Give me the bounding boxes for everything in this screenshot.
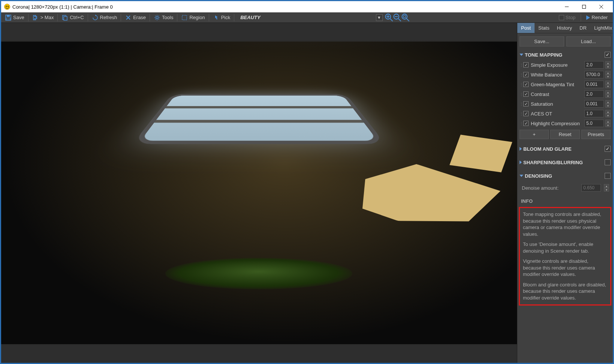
grip-icon[interactable]: ⋮⋮ — [520, 73, 522, 77]
chevron-right-icon — [520, 147, 522, 151]
sat-checkbox[interactable] — [523, 101, 529, 106]
render-label: Render — [592, 15, 608, 20]
spin-down[interactable]: ▼ — [605, 94, 611, 98]
param-highlight-compression: ⋮⋮ Highlight Compression ▲▼ — [517, 118, 613, 128]
chevron-down-icon[interactable]: ▾ — [376, 14, 383, 21]
channel-selector[interactable]: BEAUTY ▾ — [239, 14, 383, 21]
spin-up[interactable]: ▲ — [605, 110, 611, 114]
save-label: Save — [13, 15, 24, 20]
spin-down[interactable]: ▼ — [605, 104, 611, 108]
contrast-checkbox[interactable] — [523, 91, 529, 97]
contrast-input[interactable] — [584, 90, 604, 98]
grip-icon[interactable]: ⋮⋮ — [520, 112, 522, 116]
save-post-button[interactable]: Save... — [520, 36, 564, 46]
grip-icon[interactable]: ⋮⋮ — [520, 102, 522, 106]
chevron-right-icon — [520, 160, 522, 164]
copy-button[interactable]: Ctrl+C — [59, 13, 86, 22]
gear-icon — [154, 14, 160, 21]
tab-dr[interactable]: DR — [576, 23, 590, 33]
spin-down: ▼ — [604, 188, 609, 192]
zoom-in-button[interactable] — [385, 13, 393, 22]
section-tone-mapping[interactable]: TONE MAPPING — [517, 49, 613, 60]
info-text: Bloom and glare controls are disabled, b… — [523, 282, 607, 301]
aces-input[interactable] — [584, 110, 604, 117]
grip-icon[interactable]: ⋮⋮ — [520, 63, 522, 67]
add-operator-button[interactable]: + — [520, 130, 549, 139]
spin-up[interactable]: ▲ — [605, 81, 611, 84]
tools-button[interactable]: Tools — [151, 13, 175, 22]
app-icon — [4, 4, 10, 10]
close-button[interactable] — [593, 1, 610, 12]
exposure-checkbox[interactable] — [523, 62, 529, 67]
hc-input[interactable] — [584, 120, 604, 127]
window-title: Corona| 1280×720px (1:1) | Camera:| Fram… — [12, 4, 113, 10]
tools-label: Tools — [162, 15, 173, 20]
param-simple-exposure: ⋮⋮ Simple Exposure ▲▼ — [517, 60, 613, 70]
region-icon — [181, 14, 188, 21]
reset-button[interactable]: Reset — [550, 130, 580, 139]
tone-mapping-checkbox[interactable] — [605, 52, 611, 58]
zoom-fit-button[interactable] — [401, 13, 410, 22]
load-post-button[interactable]: Load... — [566, 36, 611, 46]
spin-down[interactable]: ▼ — [605, 123, 611, 127]
presets-button[interactable]: Presets — [581, 130, 611, 139]
param-label: ACES OT — [530, 111, 583, 117]
spin-down[interactable]: ▼ — [605, 114, 611, 117]
hc-checkbox[interactable] — [523, 121, 529, 126]
svg-rect-12 — [403, 15, 406, 18]
grip-icon[interactable]: ⋮⋮ — [520, 92, 522, 96]
save-button[interactable]: Save — [3, 13, 27, 22]
wb-input[interactable] — [584, 71, 604, 78]
stop-button: Stop — [555, 14, 580, 21]
tomax-button[interactable]: 3 > Max — [30, 13, 56, 22]
erase-label: Erase — [133, 15, 146, 20]
grip-icon[interactable]: ⋮⋮ — [520, 121, 522, 126]
region-button[interactable]: Region — [179, 13, 207, 22]
sharpen-checkbox[interactable] — [605, 159, 611, 165]
spin-down[interactable]: ▼ — [605, 84, 611, 88]
spin-up[interactable]: ▲ — [605, 100, 611, 104]
spin-up[interactable]: ▲ — [605, 90, 611, 94]
spin-up[interactable]: ▲ — [605, 71, 611, 75]
tab-stats[interactable]: Stats — [535, 23, 553, 33]
sat-input[interactable] — [584, 100, 604, 108]
info-box: Tone mapping controls are disabled, beca… — [519, 207, 611, 306]
section-bloom-glare[interactable]: BLOOM AND GLARE — [517, 144, 613, 154]
spin-up[interactable]: ▲ — [605, 120, 611, 123]
maximize-button[interactable] — [575, 1, 593, 12]
spin-down[interactable]: ▼ — [605, 75, 611, 78]
wb-checkbox[interactable] — [523, 72, 529, 77]
exposure-input[interactable] — [584, 61, 604, 69]
zoom-out-button[interactable] — [393, 13, 401, 22]
aces-checkbox[interactable] — [523, 111, 529, 116]
tab-lightmix[interactable]: LightMix — [590, 23, 613, 33]
render-viewport[interactable] — [1, 23, 517, 363]
tab-history[interactable]: History — [553, 23, 576, 33]
refresh-button[interactable]: Refresh — [90, 13, 120, 22]
chevron-down-icon — [520, 54, 523, 56]
gm-input[interactable] — [584, 81, 604, 88]
info-text: Tone mapping controls are disabled, beca… — [523, 211, 607, 237]
param-denoise-amount: Denoise amount: ▲▼ — [517, 181, 613, 195]
tab-post[interactable]: Post — [517, 23, 535, 33]
erase-button[interactable]: Erase — [123, 13, 148, 22]
section-denoising[interactable]: DENOISING — [517, 171, 613, 181]
grip-icon[interactable]: ⋮⋮ — [520, 82, 522, 87]
bloom-checkbox[interactable] — [605, 146, 611, 152]
minimize-button[interactable] — [558, 1, 575, 12]
param-contrast: ⋮⋮ Contrast ▲▼ — [517, 89, 613, 99]
spin-down[interactable]: ▼ — [605, 65, 611, 69]
info-text: To use 'Denoise amount', enable denoisin… — [523, 241, 607, 254]
denoise-checkbox[interactable] — [605, 173, 611, 179]
svg-rect-8 — [182, 15, 187, 20]
info-text: Vignette controls are disabled, because … — [523, 258, 607, 278]
param-label: Highlight Compression — [530, 121, 583, 126]
tomax-label: > Max — [40, 15, 54, 20]
render-button[interactable]: Render — [583, 14, 611, 21]
spin-up[interactable]: ▲ — [605, 61, 611, 65]
pick-button[interactable]: Pick — [211, 13, 233, 22]
pick-icon — [213, 14, 220, 21]
stop-icon — [559, 15, 564, 20]
section-sharpening[interactable]: SHARPENING/BLURRING — [517, 157, 613, 168]
gm-checkbox[interactable] — [523, 82, 529, 87]
